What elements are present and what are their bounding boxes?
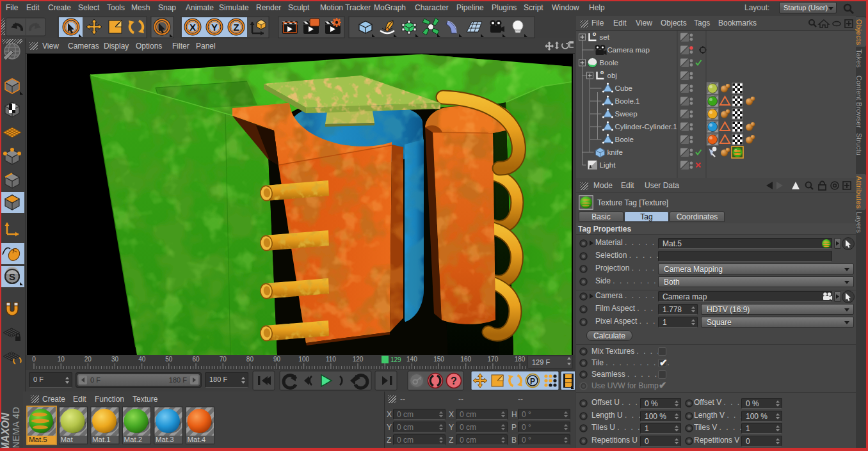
svg-text:knife: knife <box>607 148 623 156</box>
svg-text:110: 110 <box>326 356 336 363</box>
svg-text:Light: Light <box>600 161 616 169</box>
svg-text:S: S <box>9 271 15 282</box>
svg-text:Boole: Boole <box>600 59 618 67</box>
svg-text:100: 100 <box>298 356 309 363</box>
svg-text:Mat.5: Mat.5 <box>29 436 47 443</box>
svg-text:80: 80 <box>246 356 254 363</box>
svg-text:Y: Y <box>211 22 218 33</box>
svg-text:Boole.1: Boole.1 <box>615 97 640 105</box>
svg-text:Z: Z <box>233 22 239 33</box>
svg-text:70: 70 <box>220 356 227 363</box>
svg-text:Cylinder-Cylinder.1: Cylinder-Cylinder.1 <box>615 123 677 131</box>
svg-text:P: P <box>530 377 535 386</box>
svg-text:set: set <box>600 33 610 41</box>
svg-text:150: 150 <box>433 356 444 363</box>
svg-text:Sweep: Sweep <box>615 110 638 118</box>
svg-text:Mat.4: Mat.4 <box>188 436 206 443</box>
svg-text:Mat: Mat <box>61 436 74 443</box>
svg-text:Mat.1: Mat.1 <box>92 436 111 443</box>
svg-text:129 F: 129 F <box>532 358 550 366</box>
svg-text:Mat.2: Mat.2 <box>124 436 143 443</box>
svg-text:20: 20 <box>84 356 92 363</box>
svg-text:X: X <box>189 22 196 33</box>
svg-text:?: ? <box>451 376 457 386</box>
svg-text:120: 120 <box>353 356 364 363</box>
svg-text:10: 10 <box>58 356 65 363</box>
svg-text:Mat.3: Mat.3 <box>156 436 174 443</box>
svg-text:129: 129 <box>390 356 401 363</box>
svg-text:obj: obj <box>607 72 617 79</box>
svg-text:Camera map: Camera map <box>607 46 650 54</box>
svg-text:Cube: Cube <box>615 84 633 92</box>
svg-text:Boole: Boole <box>615 136 634 143</box>
svg-text:0: 0 <box>32 356 36 363</box>
svg-text:140: 140 <box>406 356 417 363</box>
svg-text:50: 50 <box>165 356 173 363</box>
svg-text:170: 170 <box>488 356 499 363</box>
svg-text:60: 60 <box>192 356 200 363</box>
svg-text:30: 30 <box>111 356 119 363</box>
svg-text:40: 40 <box>138 356 146 363</box>
svg-text:90: 90 <box>273 356 281 363</box>
svg-text:160: 160 <box>460 356 471 363</box>
svg-text:180: 180 <box>515 356 526 363</box>
